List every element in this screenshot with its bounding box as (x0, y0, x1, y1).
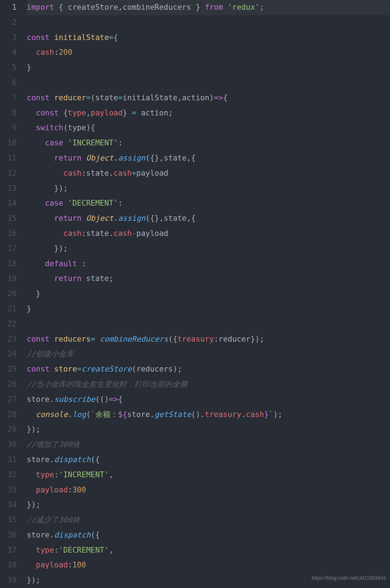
code-token: : (82, 229, 86, 238)
code-line[interactable]: const reducers= combineReducers({treasur… (27, 332, 390, 347)
code-token: , (109, 470, 114, 479)
line-number: 18 (0, 256, 21, 272)
code-token (59, 109, 64, 117)
line-number: 39 (0, 573, 21, 588)
code-line[interactable] (27, 317, 390, 332)
code-token: Object (86, 154, 113, 162)
code-line[interactable]: //减少了300块 (27, 513, 390, 528)
code-token: , (187, 214, 191, 223)
code-token: ({ (168, 335, 177, 343)
code-line[interactable]: } (27, 60, 390, 75)
line-number: 19 (0, 271, 21, 286)
code-token: ` (269, 410, 273, 419)
code-line[interactable]: cash:200 (27, 45, 390, 60)
code-line[interactable]: }); (27, 422, 390, 437)
code-line[interactable]: //创建小金库 (27, 347, 390, 362)
line-number: 11 (0, 151, 21, 166)
code-token: }); (27, 184, 68, 193)
code-line[interactable]: default : (27, 256, 390, 272)
code-line[interactable]: cash:state.cash+payload (27, 166, 390, 181)
code-token: store (27, 395, 49, 404)
line-number: 25 (0, 362, 21, 377)
code-line[interactable]: store.subscribe(()=>{ (27, 392, 390, 407)
code-line[interactable]: //当小金库的现金发生变化时，打印当前的金额 (27, 377, 390, 392)
code-line[interactable]: //增加了300块 (27, 437, 390, 452)
code-line[interactable]: }); (27, 497, 390, 513)
code-token: dispatch (54, 531, 91, 539)
line-number: 26 (0, 377, 21, 392)
code-line[interactable]: const initialState={ (27, 30, 390, 45)
code-token: 'redux' (228, 3, 260, 12)
code-line[interactable]: type:'INCREMENT', (27, 468, 390, 483)
code-token (27, 410, 36, 419)
code-line[interactable]: const {type,payload} = action; (27, 106, 390, 121)
code-token: Object (86, 214, 113, 223)
line-number: 17 (0, 241, 21, 256)
code-token (223, 3, 228, 12)
code-token (49, 33, 54, 42)
code-token: }); (27, 244, 68, 253)
code-line[interactable]: console.log(`余额：${store.getState().treas… (27, 407, 390, 422)
code-token: } (196, 3, 200, 12)
code-token: payload (91, 109, 123, 117)
code-token: assign (118, 214, 146, 223)
code-token: reducers (136, 365, 173, 373)
code-token (63, 199, 68, 207)
code-line[interactable]: return Object.assign({},state,{ (27, 151, 390, 166)
line-number: 5 (0, 60, 21, 75)
code-token (27, 546, 36, 554)
code-area[interactable]: import { createStore,combineReducers } f… (21, 0, 390, 588)
code-token: } (123, 109, 127, 117)
line-number: 20 (0, 286, 21, 302)
line-number: 29 (0, 422, 21, 437)
code-token: initialState (123, 93, 178, 102)
code-token: createStore (68, 3, 118, 12)
code-token (27, 123, 36, 132)
code-token: payload (36, 486, 68, 494)
code-token: ({} (146, 154, 159, 162)
code-line[interactable]: cash:state.cash-payload (27, 226, 390, 241)
code-token: }); (27, 500, 40, 509)
code-line[interactable]: import { createStore,combineReducers } f… (27, 0, 390, 15)
code-line[interactable]: case 'DECREMENT': (27, 196, 390, 211)
code-line[interactable]: store.dispatch({ (27, 452, 390, 468)
code-token: subscribe (54, 395, 95, 404)
code-token: . (49, 531, 54, 539)
code-token: reducer (218, 335, 251, 343)
code-token (27, 229, 63, 238)
code-line[interactable]: const store=createStore(reducers); (27, 362, 390, 377)
code-line[interactable]: }); (27, 241, 390, 256)
code-token: cash (246, 410, 264, 419)
code-token: : (68, 561, 73, 569)
code-token: return (54, 154, 82, 162)
code-token: cash (36, 48, 54, 57)
code-token (27, 274, 54, 283)
code-token: //创建小金库 (27, 350, 74, 358)
code-line[interactable]: store.dispatch({ (27, 528, 390, 543)
code-line[interactable]: switch(type){ (27, 120, 390, 136)
code-line[interactable]: } (27, 286, 390, 302)
code-line[interactable] (27, 15, 390, 30)
line-number: 16 (0, 226, 21, 241)
code-line[interactable] (27, 75, 390, 91)
code-token: { (191, 154, 196, 162)
code-line[interactable]: payload:300 (27, 483, 390, 498)
code-token: }); (251, 335, 264, 343)
code-line[interactable]: const reducer=(state=initialState,action… (27, 91, 390, 106)
code-line[interactable]: return Object.assign({},state,{ (27, 211, 390, 226)
code-line[interactable]: return state; (27, 271, 390, 286)
code-line[interactable]: case 'INCREMENT': (27, 136, 390, 151)
code-token: reducer (54, 93, 86, 102)
code-line[interactable]: }); (27, 181, 390, 196)
code-token: => (214, 93, 223, 102)
code-editor[interactable]: 1234567891011121314151617181920212223242… (0, 0, 390, 588)
code-line[interactable]: } (27, 302, 390, 317)
code-token: = (118, 93, 123, 102)
line-number: 12 (0, 166, 21, 181)
code-token (27, 486, 36, 494)
code-line[interactable]: type:'DECREMENT', (27, 543, 390, 558)
code-token: () (191, 410, 200, 419)
code-token: ); (273, 410, 282, 419)
code-token: ( (86, 410, 91, 419)
code-token: state (164, 154, 186, 162)
